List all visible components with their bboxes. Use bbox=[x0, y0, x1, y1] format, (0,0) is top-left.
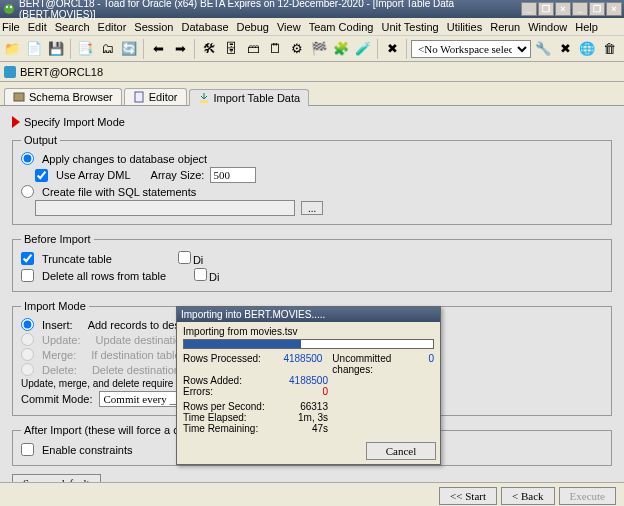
separator bbox=[70, 39, 71, 59]
menu-file[interactable]: File bbox=[2, 21, 20, 33]
svg-rect-5 bbox=[200, 100, 208, 103]
toolbar-icon[interactable]: ➡ bbox=[170, 39, 190, 59]
dialog-source: Importing from movies.tsv bbox=[183, 326, 434, 337]
toolbar-icon[interactable]: 🧩 bbox=[331, 39, 351, 59]
progress-bar bbox=[183, 339, 434, 349]
child-restore-button[interactable]: ❐ bbox=[589, 2, 605, 16]
dialog-title: Importing into BERT.MOVIES..... bbox=[177, 307, 440, 322]
create-file-radio[interactable] bbox=[21, 185, 34, 198]
commit-label: Commit Mode: bbox=[21, 393, 93, 405]
menu-edit[interactable]: Edit bbox=[28, 21, 47, 33]
separator bbox=[377, 39, 378, 59]
toolbar-icon[interactable]: 🗂 bbox=[97, 39, 117, 59]
toolbar-icon[interactable]: 🗃 bbox=[243, 39, 263, 59]
editor-icon bbox=[133, 91, 145, 103]
toolbar-icon[interactable]: 🗒 bbox=[265, 39, 285, 59]
update-radio bbox=[21, 333, 34, 346]
menu-window[interactable]: Window bbox=[528, 21, 567, 33]
toolbar-icon[interactable]: ⚙ bbox=[287, 39, 307, 59]
svg-point-2 bbox=[10, 6, 12, 8]
disable-t-checkbox[interactable] bbox=[194, 268, 207, 281]
merge-radio bbox=[21, 348, 34, 361]
array-size-input[interactable] bbox=[210, 167, 256, 183]
toolbar-icon[interactable]: 📑 bbox=[75, 39, 95, 59]
array-size-label: Array Size: bbox=[151, 169, 205, 181]
main-tabs: Schema Browser Editor Import Table Data bbox=[0, 82, 624, 106]
menu-utilities[interactable]: Utilities bbox=[447, 21, 482, 33]
connection-icon[interactable] bbox=[4, 66, 16, 78]
cancel-button[interactable]: Cancel bbox=[366, 442, 436, 460]
schema-icon bbox=[13, 91, 25, 103]
app-icon bbox=[2, 2, 16, 16]
sql-file-input bbox=[35, 200, 295, 216]
minimize-button[interactable]: _ bbox=[521, 2, 537, 16]
menu-session[interactable]: Session bbox=[134, 21, 173, 33]
step-arrow-icon bbox=[12, 116, 20, 128]
svg-rect-4 bbox=[135, 92, 143, 102]
tab-editor[interactable]: Editor bbox=[124, 88, 187, 105]
apply-radio[interactable] bbox=[21, 152, 34, 165]
delete-all-checkbox[interactable] bbox=[21, 269, 34, 282]
connection-label: BERT@ORCL18 bbox=[20, 66, 103, 78]
menu-unittesting[interactable]: Unit Testing bbox=[381, 21, 438, 33]
restore-button[interactable]: ❐ bbox=[538, 2, 554, 16]
separator bbox=[143, 39, 144, 59]
progress-dialog: Importing into BERT.MOVIES..... Importin… bbox=[176, 306, 441, 465]
tab-import-table-data[interactable]: Import Table Data bbox=[189, 89, 310, 106]
main-toolbar: 📁 📄 💾 📑 🗂 🔄 ⬅ ➡ 🛠 🗄 🗃 🗒 ⚙ 🏁 🧩 🧪 ✖ <No Wo… bbox=[0, 36, 624, 62]
titlebar: BERT@ORCL18 - Toad for Oracle (x64) BETA… bbox=[0, 0, 624, 18]
uncommitted: 0 bbox=[428, 353, 434, 375]
toolbar-icon[interactable]: 🛠 bbox=[199, 39, 219, 59]
disable-c-checkbox[interactable] bbox=[178, 251, 191, 264]
execute-button: Execute bbox=[559, 487, 616, 505]
toolbar-icon[interactable]: ✖ bbox=[555, 39, 575, 59]
time-remaining: 47s bbox=[268, 423, 328, 434]
progress-fill bbox=[184, 340, 301, 348]
rows-added: 4188500 bbox=[268, 375, 328, 386]
time-elapsed: 1m, 3s bbox=[268, 412, 328, 423]
truncate-checkbox[interactable] bbox=[21, 252, 34, 265]
toolbar-icon[interactable]: 🗑 bbox=[599, 39, 619, 59]
workspace-combo[interactable]: <No Workspace selected> bbox=[411, 40, 531, 58]
toolbar-icon[interactable]: 🔧 bbox=[533, 39, 553, 59]
output-group: Output Apply changes to database object … bbox=[12, 134, 612, 225]
menu-help[interactable]: Help bbox=[575, 21, 598, 33]
menu-debug[interactable]: Debug bbox=[237, 21, 269, 33]
delete-radio bbox=[21, 363, 34, 376]
toolbar-icon[interactable]: 🧪 bbox=[353, 39, 373, 59]
tab-schema-browser[interactable]: Schema Browser bbox=[4, 88, 122, 105]
menubar: File Edit Search Editor Session Database… bbox=[0, 18, 624, 36]
menu-rerun[interactable]: Rerun bbox=[490, 21, 520, 33]
output-legend: Output bbox=[21, 134, 60, 146]
toolbar-icon[interactable]: ✖ bbox=[382, 39, 402, 59]
page-title: Specify Import Mode bbox=[24, 116, 125, 128]
start-button[interactable]: << Start bbox=[439, 487, 497, 505]
close-button[interactable]: × bbox=[555, 2, 571, 16]
menu-view[interactable]: View bbox=[277, 21, 301, 33]
enable-constraints-checkbox[interactable] bbox=[21, 443, 34, 456]
svg-point-1 bbox=[6, 6, 8, 8]
toolbar-icon[interactable]: ⬅ bbox=[148, 39, 168, 59]
menu-teamcoding[interactable]: Team Coding bbox=[309, 21, 374, 33]
mode-legend: Import Mode bbox=[21, 300, 89, 312]
toolbar-icon[interactable]: 📄 bbox=[24, 39, 44, 59]
window-title: BERT@ORCL18 - Toad for Oracle (x64) BETA… bbox=[19, 0, 521, 20]
toolbar-icon[interactable]: 🏁 bbox=[309, 39, 329, 59]
menu-editor[interactable]: Editor bbox=[98, 21, 127, 33]
toolbar-icon[interactable]: 🌐 bbox=[577, 39, 597, 59]
errors: 0 bbox=[268, 386, 328, 397]
menu-database[interactable]: Database bbox=[181, 21, 228, 33]
wizard-nav: << Start < Back Execute bbox=[0, 482, 624, 506]
browse-button[interactable]: ... bbox=[301, 201, 323, 215]
insert-radio[interactable] bbox=[21, 318, 34, 331]
menu-search[interactable]: Search bbox=[55, 21, 90, 33]
toolbar-icon[interactable]: 📁 bbox=[2, 39, 22, 59]
svg-point-0 bbox=[4, 4, 14, 14]
toolbar-icon[interactable]: 💾 bbox=[46, 39, 66, 59]
child-minimize-button[interactable]: _ bbox=[572, 2, 588, 16]
child-close-button[interactable]: × bbox=[606, 2, 622, 16]
array-dml-checkbox[interactable] bbox=[35, 169, 48, 182]
toolbar-icon[interactable]: 🗄 bbox=[221, 39, 241, 59]
toolbar-icon[interactable]: 🔄 bbox=[119, 39, 139, 59]
back-button[interactable]: < Back bbox=[501, 487, 555, 505]
